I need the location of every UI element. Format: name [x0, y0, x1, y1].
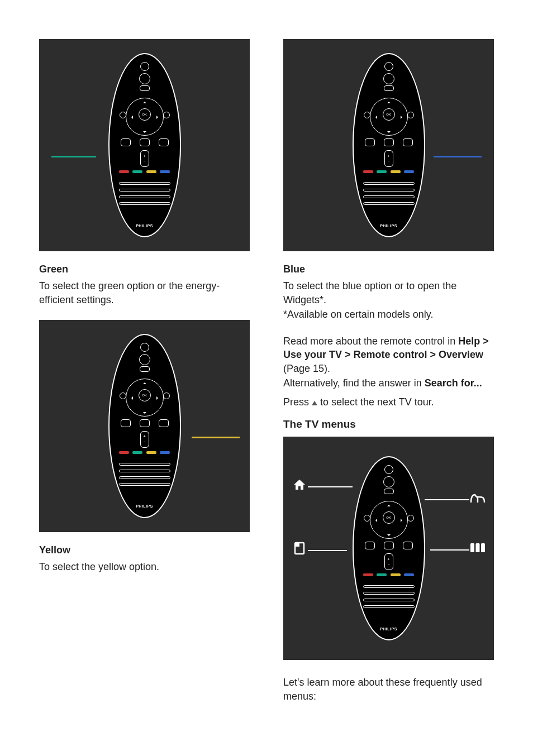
volume-rocker: +−: [140, 150, 149, 167]
page-ref: (Page 15).: [283, 363, 330, 374]
page-body: OK +− PHILIPS: [0, 0, 533, 739]
press-line: Press to select the next TV tour.: [283, 395, 494, 409]
svg-rect-5: [481, 543, 485, 552]
blue-description-2: *Available on certain models only.: [283, 308, 494, 321]
options-row: [121, 138, 169, 147]
yellow-callout-line: [192, 437, 240, 438]
green-description: To select the green option or the energy…: [39, 279, 250, 307]
power-icon: [140, 343, 149, 352]
red-key: [119, 170, 129, 173]
browse-icon: [140, 366, 150, 372]
search-for-label: Search for...: [425, 377, 482, 389]
browse-icon: [140, 85, 150, 91]
blue-description-1: To select the blue option or to open the…: [283, 279, 494, 307]
remote-illustration: OK +− PHILIPS: [353, 456, 425, 640]
blue-heading: Blue: [283, 262, 494, 276]
next-icon: [163, 393, 170, 399]
callout-browse: [425, 491, 486, 508]
ok-button: OK: [383, 108, 395, 121]
yellow-key: [146, 170, 156, 173]
blue-key: [160, 170, 170, 173]
remote-illustration: OK +− PHILIPS: [108, 53, 181, 237]
yellow-description: To select the yellow option.: [39, 560, 250, 573]
next-icon: [407, 515, 414, 521]
experience-menu-icon: [469, 542, 486, 558]
home-icon: [383, 476, 394, 487]
page-footer: EN 6: [0, 739, 533, 756]
browse-icon: [384, 489, 394, 494]
home-icon: [139, 354, 150, 365]
ok-button: OK: [139, 108, 151, 121]
tv-menus-title: The TV menus: [283, 417, 494, 432]
prev-icon: [120, 112, 126, 118]
home-menu-icon: [291, 479, 308, 495]
remote-illustration: OK +− PHILIPS: [353, 53, 425, 237]
svg-rect-2: [295, 543, 299, 547]
tv-menus-outro: Let's learn more about these frequently …: [283, 676, 494, 703]
next-icon: [407, 112, 414, 118]
brand-label: PHILIPS: [110, 223, 180, 228]
home-icon: [139, 73, 150, 84]
browse-menu-icon: [469, 491, 486, 508]
callout-experience: [430, 542, 486, 558]
color-keys: [119, 170, 170, 173]
svg-rect-3: [470, 543, 474, 552]
blue-callout-line: [434, 156, 482, 157]
prev-icon: [120, 393, 126, 399]
figure-green-remote: OK +− PHILIPS: [39, 39, 250, 251]
next-icon: [163, 112, 170, 118]
up-arrow-icon: [312, 401, 317, 405]
figure-yellow-remote: OK +− PHILIPS: [39, 320, 250, 532]
volume-rocker: +−: [384, 553, 393, 570]
alternative-line: Alternatively, find the answer in Search…: [283, 376, 494, 390]
prev-icon: [364, 515, 370, 521]
read-more-paragraph: Read more about the remote control in He…: [283, 334, 494, 375]
remote-illustration: OK +− PHILIPS: [108, 334, 181, 518]
volume-rocker: +−: [140, 431, 149, 448]
yellow-heading: Yellow: [39, 543, 250, 557]
power-icon: [384, 62, 393, 71]
volume-rocker: +−: [384, 150, 393, 167]
home-icon: [383, 73, 394, 84]
green-key: [132, 170, 142, 173]
green-heading: Green: [39, 262, 250, 276]
power-icon: [140, 62, 149, 71]
right-column: OK +− PHILIPS Blue To select the blue op…: [283, 39, 494, 716]
read-more-intro: Read more about the remote control in: [283, 336, 458, 347]
green-callout-line: [51, 156, 96, 157]
figure-tv-menus: OK +− PHILIPS: [283, 437, 494, 660]
prev-icon: [364, 112, 370, 118]
figure-blue-remote: OK +− PHILIPS: [283, 39, 494, 251]
ok-button: OK: [383, 511, 395, 524]
browse-icon: [384, 85, 394, 91]
svg-rect-4: [476, 543, 480, 552]
options-menu-icon: [291, 542, 308, 559]
ok-button: OK: [139, 389, 151, 401]
power-icon: [384, 465, 393, 474]
callout-options: [291, 542, 347, 559]
left-column: OK +− PHILIPS: [39, 39, 250, 716]
callout-home: [291, 479, 353, 495]
